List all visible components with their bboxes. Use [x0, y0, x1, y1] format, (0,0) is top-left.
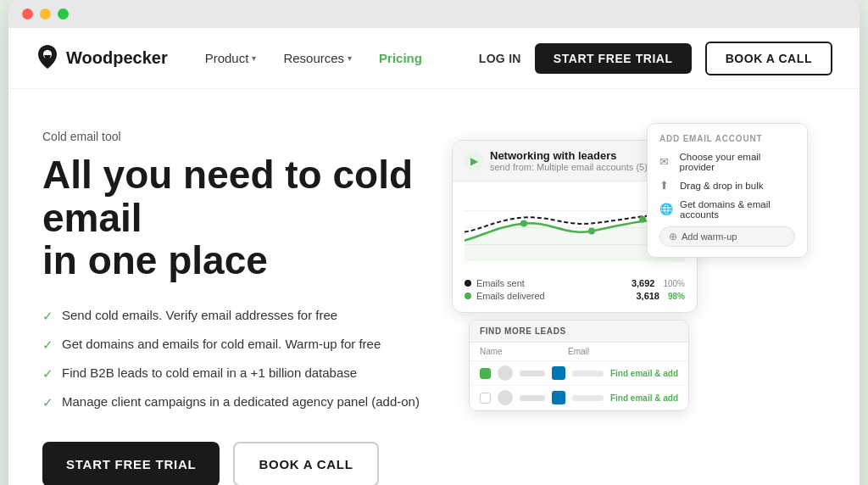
leads-header: FIND MORE LEADS: [470, 321, 688, 343]
list-item: ✓ Send cold emails. Verify email address…: [42, 306, 434, 325]
avatar: [498, 390, 513, 405]
svg-point-5: [639, 216, 646, 223]
email-account-card: ADD EMAIL ACCOUNT ✉ Choose your email pr…: [647, 123, 808, 258]
linkedin-icon: [552, 391, 565, 404]
globe-icon: 🌐: [659, 203, 673, 216]
leads-card: FIND MORE LEADS Name Email Find email & …: [469, 320, 689, 411]
hero-features-list: ✓ Send cold emails. Verify email address…: [42, 306, 434, 411]
book-call-button[interactable]: BOOK A CALL: [233, 442, 378, 485]
name-bar: [520, 395, 545, 401]
upload-icon: ⬆: [659, 179, 673, 192]
svg-point-4: [588, 228, 595, 235]
warmup-icon: ⊕: [669, 231, 677, 242]
campaign-title: Networking with leaders: [490, 149, 648, 162]
stat-row-sent: Emails sent 3,692 100%: [465, 278, 685, 288]
leads-table-header: Name Email: [470, 343, 688, 361]
svg-point-3: [520, 220, 527, 227]
list-item: ✓ Find B2B leads to cold email in a +1 b…: [42, 364, 434, 382]
list-item: ✓ Manage client campaigns in a dedicated…: [42, 393, 434, 411]
nav-right: LOG IN START FREE TRIAL BOOK A CALL: [479, 42, 832, 75]
check-icon: ✓: [42, 393, 53, 411]
log-in-button[interactable]: LOG IN: [479, 52, 521, 65]
check-icon: ✓: [42, 365, 53, 382]
maximize-dot[interactable]: [58, 8, 69, 20]
minimize-dot[interactable]: [40, 8, 51, 20]
email-bar: [572, 395, 604, 401]
nav-product[interactable]: Product ▾: [195, 44, 267, 72]
start-trial-nav-button[interactable]: START FREE TRIAL: [535, 43, 692, 74]
cta-buttons: START FREE TRIAL BOOK A CALL: [42, 442, 434, 485]
close-dot[interactable]: [22, 8, 33, 20]
check-icon: ✓: [42, 336, 53, 354]
email-option-domains: 🌐 Get domains & email accounts: [659, 199, 795, 220]
browser-window: Woodpecker Product ▾ Resources ▾ Pricing…: [8, 0, 860, 485]
find-email-button[interactable]: Find email & add: [610, 369, 678, 378]
hero-left: Cold email tool All you need to cold ema…: [42, 123, 434, 485]
nav-links: Product ▾ Resources ▾ Pricing: [195, 44, 479, 72]
stat-row-delivered: Emails delivered 3,618 98%: [465, 291, 685, 301]
book-call-nav-button[interactable]: BOOK A CALL: [705, 42, 832, 75]
check-icon: ✓: [42, 307, 53, 325]
hero-section: Cold email tool All you need to cold ema…: [8, 89, 860, 485]
email-option-provider: ✉ Choose your email provider: [659, 152, 795, 172]
find-email-button[interactable]: Find email & add: [610, 393, 678, 403]
navbar: Woodpecker Product ▾ Resources ▾ Pricing…: [8, 28, 860, 89]
stat-dot-dark: [465, 280, 471, 287]
warmup-badge[interactable]: ⊕ Add warm-up: [659, 226, 795, 247]
hero-eyebrow: Cold email tool: [42, 130, 434, 143]
email-account-title: ADD EMAIL ACCOUNT: [659, 134, 795, 143]
list-item: ✓ Get domains and emails for cold email.…: [42, 335, 434, 354]
leads-checkbox[interactable]: [480, 393, 491, 404]
leads-checkbox[interactable]: [480, 368, 491, 379]
nav-resources[interactable]: Resources ▾: [273, 44, 362, 72]
mail-icon: ✉: [659, 155, 673, 169]
email-option-bulk: ⬆ Drag & drop in bulk: [659, 179, 795, 192]
stat-dot-green: [465, 293, 471, 299]
logo-icon: [36, 43, 59, 74]
start-free-trial-button[interactable]: START FREE TRIAL: [42, 442, 220, 485]
chevron-down-icon: ▾: [252, 53, 256, 63]
logo-area[interactable]: Woodpecker: [36, 43, 168, 74]
campaign-subtitle: send from: Multiple email accounts (5): [490, 162, 648, 172]
avatar: [498, 365, 513, 381]
logo-text: Woodpecker: [66, 48, 168, 68]
email-bar: [572, 371, 604, 376]
campaign-icon: ▶: [465, 152, 483, 170]
nav-pricing[interactable]: Pricing: [369, 44, 432, 72]
browser-chrome: [8, 0, 860, 28]
name-bar: [520, 371, 545, 376]
chevron-down-icon: ▾: [348, 53, 352, 63]
table-row: Find email & add: [470, 386, 688, 410]
table-row: Find email & add: [470, 361, 688, 386]
hero-title: All you need to cold email in one place: [42, 153, 434, 282]
mockup-container: ▶ Networking with leaders send from: Mul…: [452, 123, 808, 411]
hero-right: ▶ Networking with leaders send from: Mul…: [434, 123, 826, 485]
chart-stats: Emails sent 3,692 100% Emails delivered …: [453, 275, 697, 312]
linkedin-icon: [552, 366, 565, 380]
